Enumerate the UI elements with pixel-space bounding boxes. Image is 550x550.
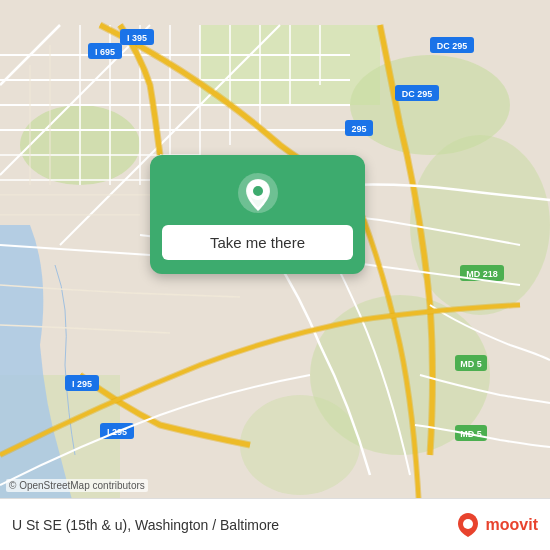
moovit-pin-icon <box>454 511 482 539</box>
svg-text:I 695: I 695 <box>95 47 115 57</box>
map-container: I 695 I 395 DC 295 DC 295 295 I 295 I 29… <box>0 0 550 550</box>
svg-point-52 <box>253 186 263 196</box>
map-svg: I 695 I 395 DC 295 DC 295 295 I 295 I 29… <box>0 0 550 550</box>
svg-point-6 <box>240 395 360 495</box>
svg-text:I 395: I 395 <box>127 33 147 43</box>
svg-text:295: 295 <box>351 124 366 134</box>
svg-text:I 295: I 295 <box>72 379 92 389</box>
take-me-there-button[interactable]: Take me there <box>162 225 353 260</box>
moovit-logo: moovit <box>454 511 538 539</box>
location-name: U St SE (15th & u), Washington / Baltimo… <box>12 517 279 533</box>
location-info: U St SE (15th & u), Washington / Baltimo… <box>12 517 279 533</box>
bottom-bar: U St SE (15th & u), Washington / Baltimo… <box>0 498 550 550</box>
svg-text:DC 295: DC 295 <box>402 89 433 99</box>
map-attribution: © OpenStreetMap contributors <box>6 479 148 492</box>
svg-text:DC 295: DC 295 <box>437 41 468 51</box>
location-pin-icon <box>236 171 280 215</box>
moovit-text: moovit <box>486 516 538 534</box>
svg-text:MD 5: MD 5 <box>460 359 482 369</box>
svg-point-53 <box>463 519 473 529</box>
location-card: Take me there <box>150 155 365 274</box>
